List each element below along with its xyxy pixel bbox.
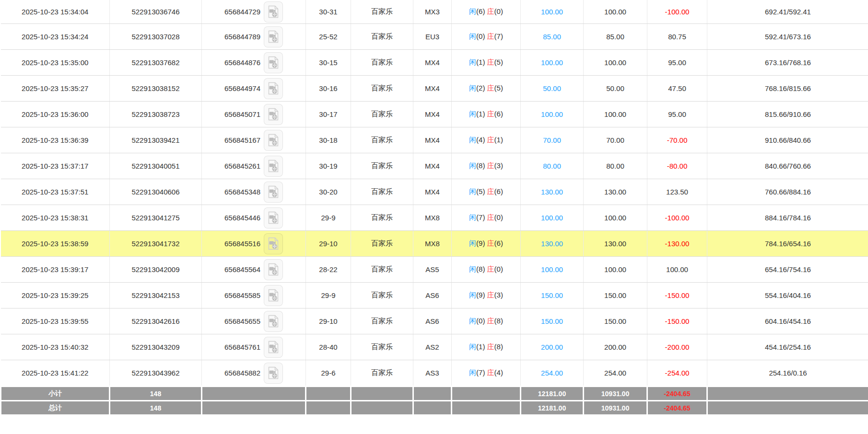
video-replay-button[interactable]: [264, 130, 283, 151]
bet-amount-link[interactable]: 150.00: [541, 317, 563, 325]
game-no-text: 656845585: [224, 291, 260, 299]
banker-label: 庄: [487, 291, 494, 299]
cell-game-no: 656845446: [202, 205, 306, 231]
player-label: 闲: [469, 161, 476, 170]
video-replay-button[interactable]: [264, 26, 283, 47]
banker-count: (0): [494, 213, 503, 221]
game-no-text: 656845882: [224, 369, 260, 377]
table-row[interactable]: 2025-10-23 15:39:55 522913042616 6568456…: [1, 308, 868, 334]
player-count: (9): [476, 291, 485, 299]
video-replay-button[interactable]: [264, 1, 283, 23]
cell-game-no: 656845348: [202, 179, 306, 205]
cell-balance: 692.41/592.41: [707, 0, 868, 24]
table-row[interactable]: 2025-10-23 15:34:24 522913037028 6568447…: [1, 24, 868, 50]
cell-result: 闲(2) 庄(5): [452, 76, 521, 102]
cell-bet-time: 2025-10-23 15:35:00: [1, 50, 110, 76]
table-row[interactable]: 2025-10-23 15:38:31 522913041275 6568454…: [1, 205, 868, 231]
cell-valid-amount: 70.00: [584, 127, 647, 153]
table-row[interactable]: 2025-10-23 15:39:25 522913042153 6568455…: [1, 283, 868, 308]
video-replay-button[interactable]: [264, 311, 283, 332]
cell-round: 29-9: [306, 205, 351, 231]
video-replay-button[interactable]: [264, 52, 283, 73]
player-count: (0): [476, 32, 485, 40]
cell-table-code: MX4: [413, 102, 452, 127]
banker-count: (6): [494, 239, 503, 247]
cell-game-no: 656844876: [202, 50, 306, 76]
video-replay-button[interactable]: [264, 182, 283, 203]
cell-round: 30-20: [306, 179, 351, 205]
cell-bet-time: 2025-10-23 15:34:04: [1, 0, 110, 24]
cell-table-code: MX4: [413, 179, 452, 205]
player-count: (0): [476, 317, 485, 325]
bet-amount-link[interactable]: 150.00: [541, 291, 563, 299]
bet-amount-link[interactable]: 254.00: [541, 369, 563, 377]
cell-game-no: 656845564: [202, 257, 306, 283]
player-count: (7): [476, 213, 485, 221]
cell-winloss: 95.00: [647, 102, 707, 127]
table-row[interactable]: 2025-10-23 15:35:27 522913038152 6568449…: [1, 76, 868, 102]
cell-bet-id: 522913040606: [110, 179, 202, 205]
video-replay-button[interactable]: [264, 156, 283, 177]
bet-amount-link[interactable]: 50.00: [543, 84, 561, 92]
bet-amount-link[interactable]: 200.00: [541, 343, 563, 351]
video-replay-icon: [268, 237, 279, 250]
cell-game-type: 百家乐: [351, 50, 413, 76]
bet-records-table: 2025-10-23 15:34:04 522913036746 6568447…: [0, 0, 868, 416]
bet-amount-link[interactable]: 130.00: [541, 188, 563, 196]
cell-bet-amount: 254.00: [521, 360, 584, 387]
bet-amount-link[interactable]: 70.00: [543, 136, 561, 144]
table-row[interactable]: 2025-10-23 15:34:04 522913036746 6568447…: [1, 0, 868, 24]
cell-valid-amount: 150.00: [584, 283, 647, 308]
cell-game-no: 656844729: [202, 0, 306, 24]
video-replay-button[interactable]: [264, 78, 283, 99]
table-row[interactable]: 2025-10-23 15:40:32 522913043209 6568457…: [1, 334, 868, 360]
cell-bet-time: 2025-10-23 15:34:24: [1, 24, 110, 50]
video-replay-icon: [268, 289, 279, 302]
cell-winloss: -254.00: [647, 360, 707, 387]
banker-label: 庄: [487, 58, 494, 66]
table-row[interactable]: 2025-10-23 15:37:17 522913040051 6568452…: [1, 153, 868, 179]
bet-amount-link[interactable]: 100.00: [541, 8, 563, 16]
video-replay-button[interactable]: [264, 207, 283, 228]
player-count: (9): [476, 239, 485, 247]
cell-round: 29-6: [306, 360, 351, 387]
table-row[interactable]: 2025-10-23 15:35:00 522913037682 6568448…: [1, 50, 868, 76]
video-replay-button[interactable]: [264, 285, 283, 306]
cell-game-no: 656845655: [202, 308, 306, 334]
bet-amount-link[interactable]: 100.00: [541, 214, 563, 222]
video-replay-icon: [268, 315, 279, 328]
summary-winloss-total: -2404.65: [647, 387, 707, 401]
bet-amount-link[interactable]: 100.00: [541, 265, 563, 274]
video-replay-button[interactable]: [264, 233, 283, 254]
bet-amount-link[interactable]: 130.00: [541, 240, 563, 248]
bet-amount-link[interactable]: 80.00: [543, 162, 561, 170]
video-replay-button[interactable]: [264, 363, 283, 384]
video-replay-button[interactable]: [264, 337, 283, 358]
cell-round: 29-10: [306, 231, 351, 257]
table-row[interactable]: 2025-10-23 15:36:00 522913038723 6568450…: [1, 102, 868, 127]
cell-result: 闲(8) 庄(0): [452, 257, 521, 283]
video-replay-button[interactable]: [264, 104, 283, 125]
cell-balance: 554.16/404.16: [707, 283, 868, 308]
summary-row: 总计 148 12181.00 10931.00 -2404.65: [1, 401, 868, 415]
table-row[interactable]: 2025-10-23 15:38:59 522913041732 6568455…: [1, 231, 868, 257]
cell-game-type: 百家乐: [351, 283, 413, 308]
player-count: (7): [476, 368, 485, 377]
cell-winloss: -100.00: [647, 0, 707, 24]
banker-label: 庄: [487, 110, 494, 118]
cell-result: 闲(6) 庄(0): [452, 0, 521, 24]
table-row[interactable]: 2025-10-23 15:37:51 522913040606 6568453…: [1, 179, 868, 205]
cell-balance: 254.16/0.16: [707, 360, 868, 387]
cell-result: 闲(5) 庄(6): [452, 179, 521, 205]
table-row[interactable]: 2025-10-23 15:41:22 522913043962 6568458…: [1, 360, 868, 387]
cell-table-code: AS3: [413, 360, 452, 387]
table-row[interactable]: 2025-10-23 15:39:17 522913042009 6568455…: [1, 257, 868, 283]
banker-label: 庄: [487, 7, 494, 15]
bet-amount-link[interactable]: 100.00: [541, 110, 563, 118]
video-replay-button[interactable]: [264, 259, 283, 280]
bet-amount-link[interactable]: 100.00: [541, 58, 563, 67]
cell-bet-id: 522913036746: [110, 0, 202, 24]
table-row[interactable]: 2025-10-23 15:36:39 522913039421 6568451…: [1, 127, 868, 153]
bet-amount-link[interactable]: 85.00: [543, 33, 561, 41]
cell-result: 闲(7) 庄(0): [452, 205, 521, 231]
